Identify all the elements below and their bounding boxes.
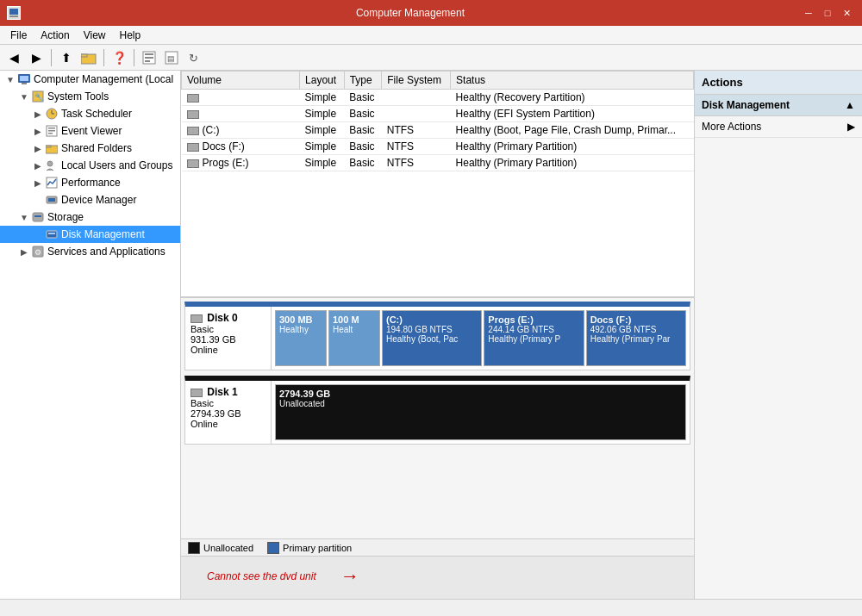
partition-label: 2794.39 GB [279,389,682,399]
tree-disk-management[interactable]: ▶ Disk Management [0,226,180,243]
tree-toggle-shared-folders[interactable]: ▶ [31,144,45,153]
tree-toggle-root[interactable]: ▼ [3,75,17,84]
tree-storage[interactable]: ▼ Storage [0,208,180,226]
tree-root[interactable]: ▼ Computer Management (Local [0,71,180,88]
tree-toggle-event-viewer[interactable]: ▶ [31,127,45,136]
main-layout: ▼ Computer Management (Local ▼ 🔧 System … [0,71,862,599]
col-type[interactable]: Type [344,72,382,90]
actions-section-toggle[interactable]: ▲ [845,99,855,111]
partition-label: Docs (F:) [590,314,682,325]
tree-services[interactable]: ▶ ⚙ Services and Applications [0,243,180,260]
menu-file[interactable]: File [3,28,34,43]
cell-type: Basic [344,122,382,139]
partition-block[interactable]: (C:)194.80 GB NTFSHealthy (Boot, Pac [382,310,482,366]
performance-label: Performance [61,177,121,189]
maximize-button[interactable]: □ [819,4,836,22]
partition-sub: Healthy [279,325,322,334]
storage-label: Storage [47,211,84,223]
tree-system-tools[interactable]: ▼ 🔧 System Tools [0,88,180,105]
svg-rect-22 [48,130,55,132]
svg-rect-6 [145,53,153,55]
center-panel: Volume Layout Type File System Status Si… [181,71,694,599]
properties-button[interactable] [139,47,159,68]
col-volume[interactable]: Volume [182,72,300,90]
services-label: Services and Applications [47,246,166,258]
partition-block[interactable]: Progs (E:)244.14 GB NTFSHealthy (Primary… [484,310,584,366]
col-status[interactable]: Status [451,72,694,90]
cell-fs [382,90,451,106]
partition-sub: Healt [333,325,376,334]
volume-table-area[interactable]: Volume Layout Type File System Status Si… [181,71,694,297]
menu-action[interactable]: Action [34,28,76,43]
legend-primary-label: Primary partition [283,543,352,553]
left-panel: ▼ Computer Management (Local ▼ 🔧 System … [0,71,181,599]
cell-type: Basic [344,106,382,122]
window-title: Computer Management [21,7,800,19]
tree-toggle-task-scheduler[interactable]: ▶ [31,109,45,119]
cell-status: Healthy (Boot, Page File, Crash Dump, Pr… [451,122,694,139]
folder-button[interactable] [78,47,99,68]
tree-performance[interactable]: ▶ Performance [0,174,180,191]
menu-help[interactable]: Help [113,28,148,43]
table-row[interactable]: Docs (F:) Simple Basic NTFS Healthy (Pri… [182,139,694,155]
tree-local-users[interactable]: ▶ Local Users and Groups [0,157,180,174]
cell-layout: Simple [300,106,345,122]
tree-toggle-services[interactable]: ▶ [17,247,31,257]
up-button[interactable]: ⬆ [56,47,77,68]
table-row[interactable]: Simple Basic Healthy (Recovery Partition… [182,90,694,106]
tree-task-scheduler[interactable]: ▶ Task Scheduler [0,105,180,122]
menu-bar: File Action View Help [0,26,862,45]
col-layout[interactable]: Layout [300,72,345,90]
partition-block[interactable]: Docs (F:)492.06 GB NTFSHealthy (Primary … [586,310,686,366]
col-filesystem[interactable]: File System [382,72,451,90]
tree-toggle-performance[interactable]: ▶ [31,178,45,188]
forward-button[interactable]: ▶ [26,47,47,68]
disk-name: Disk 0 [191,312,265,324]
disk-management-icon [45,227,59,241]
tree-toggle-system-tools[interactable]: ▼ [17,92,31,102]
tree-event-viewer[interactable]: ▶ Event Viewer [0,122,180,140]
actions-header: Actions [695,71,862,95]
svg-rect-31 [34,215,41,217]
disk-info: Disk 1 Basic 2794.39 GB Online [185,381,272,444]
cell-status: Healthy (Recovery Partition) [451,90,694,106]
svg-text:⚙: ⚙ [34,248,41,257]
close-button[interactable]: ✕ [838,4,855,22]
performance-icon [45,176,59,190]
tree-device-manager[interactable]: ▶ Device Manager [0,191,180,208]
export-button[interactable]: ▤ [161,47,182,68]
cell-status: Healthy (Primary Partition) [451,139,694,155]
minimize-button[interactable]: ─ [800,4,817,22]
more-actions-item[interactable]: More Actions ▶ [695,116,862,138]
table-row[interactable]: (C:) Simple Basic NTFS Healthy (Boot, Pa… [182,122,694,139]
tree-toggle-local-users[interactable]: ▶ [31,161,45,171]
app-window: Computer Management ─ □ ✕ File Action Vi… [0,0,862,616]
menu-view[interactable]: View [77,28,113,43]
partition-block[interactable]: 2794.39 GBUnallocated [275,384,686,440]
tree-shared-folders[interactable]: ▶ Shared Folders [0,140,180,157]
disk-status: Online [191,419,265,429]
cell-type: Basic [344,139,382,155]
disk-management-label: Disk Management [61,228,145,240]
cell-volume: Docs (F:) [182,139,300,155]
cell-volume: Progs (E:) [182,155,300,171]
table-row[interactable]: Simple Basic Healthy (EFI System Partiti… [182,106,694,122]
cell-status: Healthy (Primary Partition) [451,155,694,171]
actions-section-header[interactable]: Disk Management ▲ [695,95,862,116]
task-scheduler-icon [45,107,59,121]
event-viewer-icon [45,124,59,138]
help-button[interactable]: ❓ [109,47,129,68]
cell-type: Basic [344,90,382,106]
toolbar-separator-1 [51,49,52,66]
table-row[interactable]: Progs (E:) Simple Basic NTFS Healthy (Pr… [182,155,694,171]
partition-block[interactable]: 100 MHealt [328,310,380,366]
disk-partitions: 2794.39 GBUnallocated [272,381,690,444]
annotation-text: Cannot see the dvd unit [207,570,316,582]
back-button[interactable]: ◀ [3,47,24,68]
partition-block[interactable]: 300 MBHealthy [275,310,327,366]
svg-rect-21 [48,128,55,129]
tree-toggle-storage[interactable]: ▼ [17,213,31,222]
more-actions-label: More Actions [702,121,761,133]
disk-type: Basic [191,398,265,408]
refresh-button[interactable]: ↻ [184,47,204,68]
